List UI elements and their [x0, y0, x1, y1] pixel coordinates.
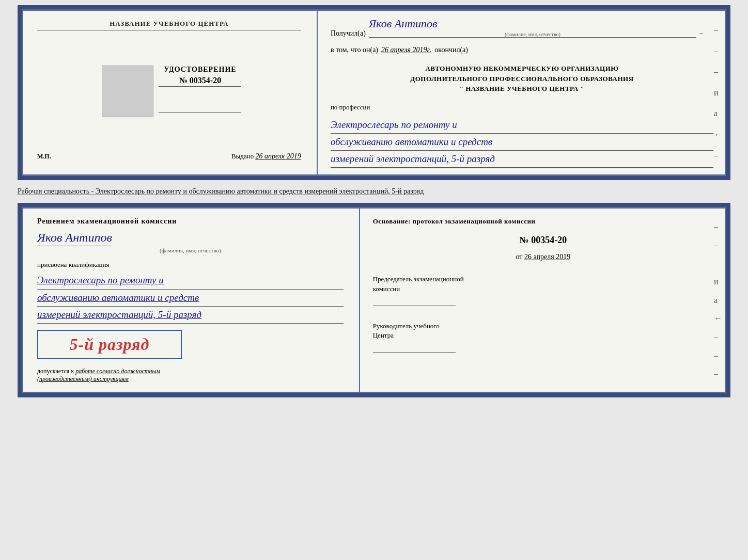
qualification-label: присвоена квалификация: [37, 261, 344, 269]
cert-title-area: УДОСТОВЕРЕНИЕ № 00354-20: [159, 66, 241, 117]
document-container: НАЗВАНИЕ УЧЕБНОГО ЦЕНТРА УДОСТОВЕРЕНИЕ №…: [18, 5, 730, 397]
head-title: Руководитель учебного Центра: [373, 322, 713, 340]
recipient-block: Яков Антипов (фамилия, имя, отчество): [369, 17, 696, 38]
basis-label: Основание: протокол экзаменационной коми…: [373, 217, 713, 226]
chairman-title: Председатель экзаменационной комиссии: [373, 275, 713, 293]
org-line3: " НАЗВАНИЕ УЧЕБНОГО ЦЕНТРА ": [331, 84, 713, 94]
qual-line2: обслуживанию автоматики и средств: [37, 290, 344, 307]
rank-text: 5-й разряд: [46, 335, 173, 354]
qual-line1: Электрослесарь по ремонту и: [37, 272, 344, 289]
allowed-value2: (производственным) инструкциям: [37, 375, 344, 383]
bottom-left-panel: Решением экаменационной комиссии Яков Ан…: [22, 207, 360, 393]
org-line1: АВТОНОМНУЮ НЕКОММЕРЧЕСКУЮ ОРГАНИЗАЦИЮ: [331, 63, 713, 74]
allowed-value: работе согласно должностным: [75, 367, 160, 375]
top-left-panel: НАЗВАНИЕ УЧЕБНОГО ЦЕНТРА УДОСТОВЕРЕНИЕ №…: [22, 9, 318, 176]
org-line2: ДОПОЛНИТЕЛЬНОГО ПРОФЕССИОНАЛЬНОГО ОБРАЗО…: [331, 74, 713, 84]
chairman-block: Председатель экзаменационной комиссии: [373, 275, 713, 306]
org-name-header: НАЗВАНИЕ УЧЕБНОГО ЦЕНТРА: [37, 20, 301, 30]
cert-photo: [102, 66, 153, 117]
allowed-label: допускается к: [37, 367, 74, 375]
bottom-document: Решением экаменационной комиссии Яков Ан…: [18, 203, 730, 397]
head-label: Руководитель учебного: [373, 322, 440, 330]
right-dashes-bottom: – – – и а ← – – –: [714, 207, 722, 393]
from-label: от: [516, 253, 523, 261]
prof-line1: Электрослесарь по ремонту и: [331, 117, 713, 134]
from-date-value: 26 апреля 2019: [524, 253, 570, 261]
prof-line3: измерений электростанций, 5-й разряд: [331, 151, 713, 168]
cert-title-label: УДОСТОВЕРЕНИЕ: [159, 66, 241, 74]
completed-line: в том, что он(а) 26 апреля 2019г. окончи…: [331, 46, 713, 54]
org-full-name: АВТОНОМНУЮ НЕКОММЕРЧЕСКУЮ ОРГАНИЗАЦИЮ ДО…: [331, 63, 713, 94]
profession-label: по профессии: [331, 103, 713, 111]
prof-line2: обслуживанию автоматики и средств: [331, 134, 713, 151]
cert-middle-area: УДОСТОВЕРЕНИЕ № 00354-20: [97, 66, 241, 117]
separator-text: Рабочая специальность - Электрослесарь п…: [18, 184, 730, 199]
completed-date: 26 апреля 2019г.: [381, 46, 431, 54]
issued-line: Выдано 26 апреля 2019: [231, 152, 301, 161]
chairman-signature-line: [373, 296, 456, 306]
person-name-block: Яков Антипов (фамилия, имя, отчество): [37, 229, 344, 253]
rank-badge: 5-й разряд: [37, 330, 182, 359]
chair-label2: комиссии: [373, 285, 400, 293]
head-label2: Центра: [373, 331, 394, 339]
cert-number: № 00354-20: [159, 76, 241, 87]
recipient-line: Получил(а) Яков Антипов (фамилия, имя, о…: [331, 17, 713, 38]
chair-label: Председатель экзаменационной: [373, 275, 464, 283]
head-block: Руководитель учебного Центра: [373, 322, 713, 353]
protocol-number: № 00354-20: [373, 235, 713, 246]
head-signature-line: [373, 342, 456, 353]
cert-bottom: М.П. Выдано 26 апреля 2019: [37, 152, 301, 166]
issued-date: 26 апреля 2019: [255, 152, 301, 160]
dash-separator: –: [699, 29, 713, 38]
recipient-label: Получил(а): [331, 29, 366, 38]
from-date-line: от 26 апреля 2019: [373, 253, 713, 261]
recipient-name: Яков Антипов: [369, 17, 438, 31]
bottom-right-panel: Основание: протокол экзаменационной коми…: [360, 207, 726, 393]
completed-label: в том, что он(а): [331, 46, 378, 54]
issued-label: Выдано: [231, 152, 254, 160]
allowed-block: допускается к работе согласно должностны…: [37, 367, 344, 383]
completed-word: окончил(а): [434, 46, 468, 54]
decision-text: Решением экаменационной комиссии: [37, 217, 344, 226]
qual-line3: измерений электростанций, 5-й разряд: [37, 307, 344, 324]
top-document: НАЗВАНИЕ УЧЕБНОГО ЦЕНТРА УДОСТОВЕРЕНИЕ №…: [18, 5, 730, 180]
fio-hint-bottom: (фамилия, имя, отчество): [37, 247, 344, 253]
qualification-value: Электрослесарь по ремонту и обслуживанию…: [37, 272, 344, 324]
profession-value: Электрослесарь по ремонту и обслуживанию…: [331, 117, 713, 169]
right-dashes-top: – – – и а ← –: [714, 9, 722, 176]
person-name-bottom: Яков Антипов: [37, 231, 112, 246]
mp-label: М.П.: [37, 153, 51, 161]
fio-hint-top: (фамилия, имя, отчество): [369, 31, 696, 37]
top-right-panel: Получил(а) Яков Антипов (фамилия, имя, о…: [318, 9, 726, 176]
